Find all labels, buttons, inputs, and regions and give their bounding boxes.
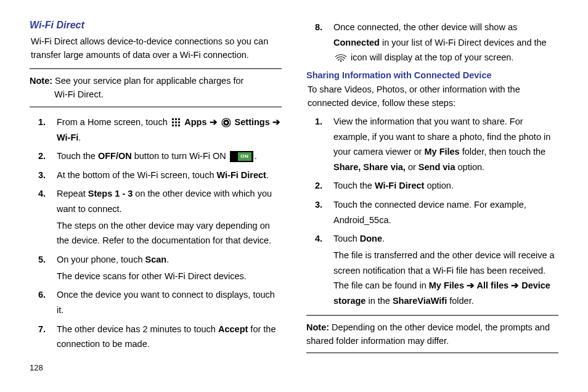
subheading: Sharing Information with Connected Devic… — [306, 70, 558, 80]
steps-list-share: View the information that you want to sh… — [315, 114, 558, 309]
svg-rect-1 — [175, 118, 177, 120]
step-3: At the bottom of the Wi-Fi screen, touch… — [38, 168, 282, 183]
page-number: 128 — [30, 363, 282, 372]
intro-text: Wi-Fi Direct allows device-to-device con… — [31, 35, 282, 62]
note-line1: See your service plan for applicable cha… — [52, 76, 243, 86]
step-4: Repeat Steps 1 - 3 on the other device w… — [38, 186, 282, 248]
share-intro: To share Videos, Photos, or other inform… — [308, 83, 558, 110]
share-step-1: View the information that you want to sh… — [315, 114, 558, 175]
note-label: Note: — [30, 76, 52, 86]
share-step-3: Touch the connected device name. For exa… — [315, 197, 558, 227]
left-column: Wi-Fi Direct Wi-Fi Direct allows device-… — [30, 20, 282, 372]
svg-point-10 — [225, 121, 227, 124]
page-columns: Wi-Fi Direct Wi-Fi Direct allows device-… — [30, 20, 558, 372]
note-text-right: Depending on the other device model, the… — [306, 322, 550, 346]
apps-icon — [171, 118, 181, 128]
svg-rect-6 — [172, 125, 174, 126]
note-line2: Wi-Fi Direct. — [54, 88, 282, 101]
step-7: The other device has 2 minutes to touch … — [38, 322, 282, 352]
share-step-4-sub: The file is transferred and the other de… — [333, 248, 558, 309]
right-column: Once connected, the other device will sh… — [306, 20, 558, 372]
svg-rect-5 — [178, 121, 180, 123]
step-8: Once connected, the other device will sh… — [315, 20, 558, 65]
steps-list-right-continued: Once connected, the other device will sh… — [315, 20, 558, 65]
step-5: On your phone, touch Scan. The device sc… — [38, 252, 282, 284]
step-2: Touch the OFF/ON button to turn Wi-Fi ON… — [38, 149, 282, 164]
note-box-right: Note: Depending on the other device mode… — [306, 315, 558, 354]
wifi-direct-icon — [335, 54, 347, 62]
step-6: Once the device you want to connect to d… — [38, 287, 282, 317]
step-1: From a Home screen, touch Apps ➔ Setting… — [38, 115, 282, 145]
settings-icon — [221, 118, 231, 128]
share-step-2: Touch the Wi-Fi Direct option. — [315, 178, 558, 194]
steps-list-left: From a Home screen, touch Apps ➔ Setting… — [38, 115, 282, 352]
svg-rect-8 — [178, 125, 180, 126]
svg-rect-0 — [172, 118, 174, 120]
share-step-4: Touch Done. The file is transferred and … — [315, 231, 558, 308]
note-box: Note: See your service plan for applicab… — [30, 68, 282, 107]
step-4-sub: The steps on the other device may vary d… — [57, 218, 282, 248]
svg-rect-3 — [172, 121, 174, 123]
on-switch-icon — [230, 151, 253, 162]
svg-rect-4 — [175, 121, 177, 123]
section-title: Wi-Fi Direct — [30, 20, 282, 31]
svg-point-11 — [340, 60, 341, 62]
note-label-right: Note: — [306, 322, 329, 332]
step-5-sub: The device scans for other Wi-Fi Direct … — [57, 269, 282, 284]
svg-rect-2 — [178, 118, 180, 120]
svg-rect-7 — [175, 125, 177, 126]
